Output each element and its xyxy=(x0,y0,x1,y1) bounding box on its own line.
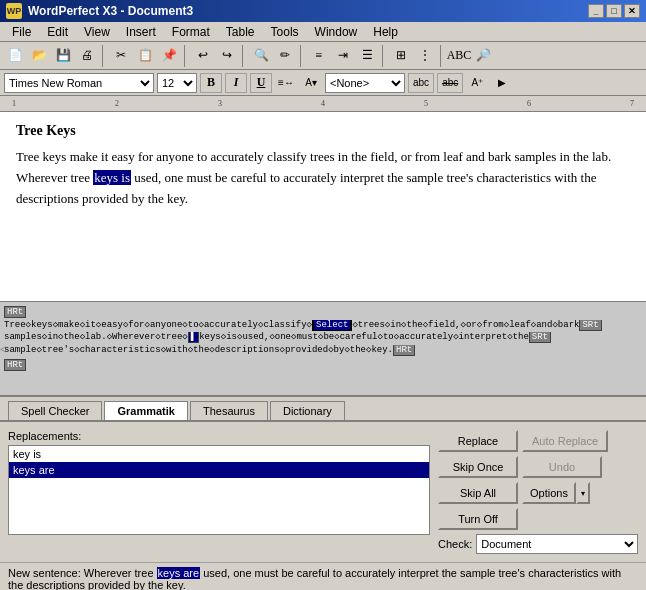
maximize-button[interactable]: □ xyxy=(606,4,622,18)
spellcheck-btn1[interactable]: abc xyxy=(408,73,434,93)
macro-icon[interactable]: ▶ xyxy=(491,72,513,94)
new-sentence-label: New sentence: xyxy=(8,567,81,579)
color-icon[interactable]: A▾ xyxy=(300,72,322,94)
undo-button[interactable]: Undo xyxy=(522,456,602,478)
document-area: Tree Keys Tree keys make it easy for any… xyxy=(0,112,646,302)
check-row: Check: Document xyxy=(438,534,638,554)
replacements-label: Replacements: xyxy=(8,430,430,442)
print-icon[interactable]: 🖨 xyxy=(76,45,98,67)
reveal-line-hrt-bottom: HRt xyxy=(4,358,642,372)
menu-window[interactable]: Window xyxy=(307,23,366,41)
auto-replace-button[interactable]: Auto Replace xyxy=(522,430,608,452)
menu-tools[interactable]: Tools xyxy=(263,23,307,41)
cursor-tag: ▌ xyxy=(188,332,199,343)
hrt-tag-top: HRt xyxy=(4,306,26,318)
underline-button[interactable]: U xyxy=(250,73,272,93)
btn-row-4: Turn Off xyxy=(438,508,638,530)
reveal-line-hrt-top: HRt xyxy=(4,305,642,319)
paste-icon[interactable]: 📌 xyxy=(158,45,180,67)
italic-button[interactable]: I xyxy=(225,73,247,93)
replacements-list[interactable]: key is keys are xyxy=(8,445,430,535)
menu-bar: File Edit View Insert Format Table Tools… xyxy=(0,22,646,42)
toolbar-sep-3 xyxy=(242,45,246,67)
new-sentence-prefix: Wherever tree xyxy=(84,567,157,579)
menu-format[interactable]: Format xyxy=(164,23,218,41)
menu-insert[interactable]: Insert xyxy=(118,23,164,41)
reveal-codes-area: HRt Tree◇keys◇make◇it◇easy◇for◇anyone◇to… xyxy=(0,302,646,397)
menu-help[interactable]: Help xyxy=(365,23,406,41)
replacement-item-0[interactable]: key is xyxy=(9,446,429,462)
format-bar: Times New Roman 12 B I U ≡↔ A▾ <None> ab… xyxy=(0,70,646,96)
grammatik-panel: Replacements: key is keys are Replace Au… xyxy=(0,422,646,562)
save-icon[interactable]: 💾 xyxy=(52,45,74,67)
reveal-line-3: sample◇tree's◇characteristics◇with◇the◇d… xyxy=(4,345,642,357)
title-bar: WP WordPerfect X3 - Document3 _ □ ✕ xyxy=(0,0,646,22)
menu-table[interactable]: Table xyxy=(218,23,263,41)
menu-edit[interactable]: Edit xyxy=(39,23,76,41)
cut-icon[interactable]: ✂ xyxy=(110,45,132,67)
check-label: Check: xyxy=(438,538,472,550)
minimize-button[interactable]: _ xyxy=(588,4,604,18)
toolbar-sep-1 xyxy=(102,45,106,67)
reveal-line-2: samples◇in◇the◇lab.◇Wherever◇tree◇▌keys◇… xyxy=(4,332,642,344)
hrt-tag-bottom: HRt xyxy=(4,359,26,371)
bold-button[interactable]: B xyxy=(200,73,222,93)
menu-view[interactable]: View xyxy=(76,23,118,41)
skip-all-button[interactable]: Skip All xyxy=(438,482,518,504)
undo-icon[interactable]: ↩ xyxy=(192,45,214,67)
scroll-indicator[interactable]: ◁ xyxy=(0,343,6,355)
reveal-line-1: Tree◇keys◇make◇it◇easy◇for◇anyone◇to◇acc… xyxy=(4,320,642,332)
window-controls[interactable]: _ □ ✕ xyxy=(588,4,640,18)
btn-row-2: Skip Once Undo xyxy=(438,456,638,478)
replacement-item-1[interactable]: keys are xyxy=(9,462,429,478)
tab-grammatik[interactable]: Grammatik xyxy=(104,401,187,420)
check-selector[interactable]: Document xyxy=(476,534,638,554)
window-title: WordPerfect X3 - Document3 xyxy=(28,4,193,18)
document-title: Tree Keys xyxy=(16,120,630,141)
options-button[interactable]: Options xyxy=(522,482,576,504)
new-icon[interactable]: 📄 xyxy=(4,45,26,67)
app-icon: WP xyxy=(6,3,22,19)
justify-icon[interactable]: ≡↔ xyxy=(275,72,297,94)
tabs-row: Spell Checker Grammatik Thesaurus Dictio… xyxy=(0,397,646,422)
options-arrow-button[interactable]: ▾ xyxy=(576,482,590,504)
menu-file[interactable]: File xyxy=(4,23,39,41)
redo-icon[interactable]: ↪ xyxy=(216,45,238,67)
cols-icon[interactable]: ⋮ xyxy=(414,45,436,67)
skip-once-button[interactable]: Skip Once xyxy=(438,456,518,478)
tab-spell-checker[interactable]: Spell Checker xyxy=(8,401,102,420)
tab-thesaurus[interactable]: Thesaurus xyxy=(190,401,268,420)
options-btn-group: Options ▾ xyxy=(522,482,590,504)
tab-dictionary[interactable]: Dictionary xyxy=(270,401,345,420)
spellcheck-btn2[interactable]: abc xyxy=(437,73,463,93)
font-selector[interactable]: Times New Roman xyxy=(4,73,154,93)
open-icon[interactable]: 📂 xyxy=(28,45,50,67)
hrt-tag-bottom-inline: HRt xyxy=(393,345,415,356)
format-extra-icon[interactable]: A⁺ xyxy=(466,72,488,94)
indent-icon[interactable]: ⇥ xyxy=(332,45,354,67)
gram-right: Replace Auto Replace Skip Once Undo Skip… xyxy=(438,430,638,554)
zoom-icon[interactable]: 🔎 xyxy=(472,45,494,67)
find-icon[interactable]: 🔍 xyxy=(250,45,272,67)
format-icon[interactable]: ✏ xyxy=(274,45,296,67)
new-sentence-row: New sentence: Wherever tree keys are use… xyxy=(0,562,646,590)
bottom-panel: Spell Checker Grammatik Thesaurus Dictio… xyxy=(0,397,646,590)
font-size-selector[interactable]: 12 xyxy=(157,73,197,93)
new-sentence-highlight: keys are xyxy=(157,567,201,579)
replace-button[interactable]: Replace xyxy=(438,430,518,452)
copy-icon[interactable]: 📋 xyxy=(134,45,156,67)
main-toolbar: 📄 📂 💾 🖨 ✂ 📋 📌 ↩ ↪ 🔍 ✏ ≡ ⇥ ☰ ⊞ ⋮ ABC 🔎 xyxy=(0,42,646,70)
align-icon[interactable]: ≡ xyxy=(308,45,330,67)
highlighted-text: keys is xyxy=(93,170,131,185)
turn-off-button[interactable]: Turn Off xyxy=(438,508,518,530)
style-selector[interactable]: <None> xyxy=(325,73,405,93)
toolbar-sep-6 xyxy=(440,45,444,67)
toolbar-sep-5 xyxy=(382,45,386,67)
table-icon[interactable]: ⊞ xyxy=(390,45,412,67)
btn-row-3: Skip All Options ▾ xyxy=(438,482,638,504)
list-icon[interactable]: ☰ xyxy=(356,45,378,67)
close-button[interactable]: ✕ xyxy=(624,4,640,18)
document-paragraph: Tree keys make it easy for anyone to acc… xyxy=(16,147,630,209)
spell-icon[interactable]: ABC xyxy=(448,45,470,67)
srt-tag-1: SRt xyxy=(579,320,601,331)
